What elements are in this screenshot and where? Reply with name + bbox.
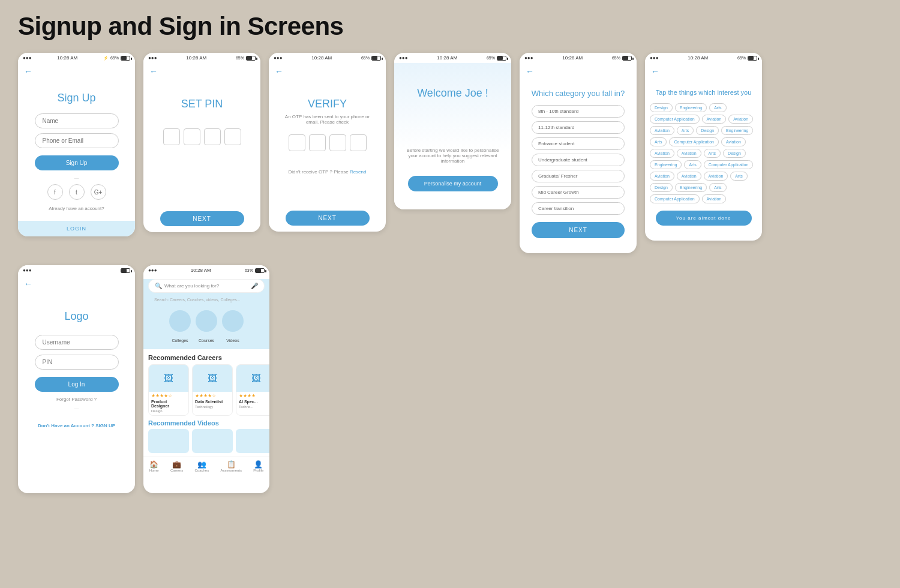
- personalise-button[interactable]: Personalise my account: [408, 176, 498, 191]
- top-screens-row: ●●● 10:28 AM ⚡ 65% ← Sign Up Sign Up — f…: [18, 53, 882, 253]
- twitter-icon[interactable]: t: [69, 184, 85, 200]
- resend-link[interactable]: Resend: [350, 169, 367, 175]
- pin-input-boxes[interactable]: [143, 128, 260, 145]
- login-button[interactable]: Log In: [35, 377, 119, 392]
- video-card-2[interactable]: [236, 429, 269, 453]
- interest-tag-25[interactable]: Engineering: [675, 183, 707, 192]
- interest-tag-18[interactable]: Arts: [684, 160, 701, 169]
- category-item-3[interactable]: Undergraduate student: [532, 154, 625, 166]
- back-arrow-verify[interactable]: ←: [269, 63, 386, 80]
- career-name-1: Data Scientist: [193, 398, 232, 405]
- nav-assessments[interactable]: 📋 Assessments: [220, 460, 242, 472]
- interest-tag-10[interactable]: Arts: [650, 137, 667, 146]
- interest-tag-23[interactable]: Arts: [730, 172, 747, 181]
- setpin-next-button[interactable]: NEXT: [160, 211, 244, 226]
- interest-tag-24[interactable]: Design: [650, 183, 673, 192]
- google-plus-icon[interactable]: G+: [91, 184, 106, 200]
- interest-tag-19[interactable]: Computer Application: [704, 160, 754, 169]
- interest-tag-3[interactable]: Computer Application: [650, 115, 700, 124]
- interest-tag-7[interactable]: Arts: [677, 126, 694, 135]
- verify-subtitle: An OTP has been sent to your phone or em…: [269, 114, 386, 125]
- career-card-0[interactable]: 🖼 ★★★★☆ Product Designer Design: [148, 364, 189, 416]
- pin-box-2[interactable]: [184, 128, 200, 145]
- interest-tag-27[interactable]: Computer Application: [650, 194, 700, 203]
- otp-box-3[interactable]: [329, 134, 346, 151]
- microphone-icon[interactable]: 🎤: [251, 283, 258, 289]
- nav-coaches[interactable]: 👥 Coaches: [194, 460, 209, 472]
- category-next-button[interactable]: NEXT: [532, 222, 625, 238]
- otp-box-2[interactable]: [309, 134, 326, 151]
- category-item-0[interactable]: 8th - 10th standard: [532, 105, 625, 118]
- otp-box-1[interactable]: [289, 134, 305, 151]
- battery-icon-3: [371, 56, 381, 61]
- circle-courses[interactable]: Courses: [196, 310, 217, 344]
- interest-tag-22[interactable]: Aviation: [704, 172, 728, 181]
- category-item-1[interactable]: 11-12th standard: [532, 121, 625, 134]
- signup-link-button[interactable]: SIGN UP: [95, 423, 115, 428]
- back-arrow-category[interactable]: ←: [520, 63, 637, 80]
- interest-tag-6[interactable]: Aviation: [650, 126, 674, 135]
- interest-tag-12[interactable]: Aviation: [721, 137, 746, 146]
- almost-done-button[interactable]: You are almost done: [656, 211, 752, 226]
- category-item-4[interactable]: Graduate/ Fresher: [532, 170, 625, 182]
- interest-tag-21[interactable]: Aviation: [677, 172, 701, 181]
- login-footer-button[interactable]: LOGIN: [18, 221, 135, 236]
- pin-box-4[interactable]: [224, 128, 241, 145]
- interest-tag-1[interactable]: Engineering: [675, 103, 707, 112]
- signup-title: Sign Up: [18, 80, 135, 113]
- phone-email-input[interactable]: [35, 133, 119, 148]
- otp-box-4[interactable]: [350, 134, 367, 151]
- pin-box-3[interactable]: [204, 128, 221, 145]
- pin-box-1[interactable]: [163, 128, 180, 145]
- category-item-5[interactable]: Mid Career Growth: [532, 186, 625, 199]
- video-card-0[interactable]: [148, 429, 189, 453]
- interest-tag-5[interactable]: Aviation: [728, 115, 753, 124]
- circle-videos[interactable]: Videos: [222, 310, 244, 344]
- interest-tag-11[interactable]: Computer Application: [669, 137, 719, 146]
- signal-icon-home: ●●●: [148, 268, 157, 273]
- interest-tag-16[interactable]: Design: [723, 149, 746, 158]
- interest-tag-15[interactable]: Arts: [704, 149, 721, 158]
- forgot-password-text[interactable]: Forgot Password ?: [18, 397, 135, 402]
- back-arrow-icon[interactable]: ←: [18, 63, 135, 80]
- interest-tag-17[interactable]: Engineering: [650, 160, 682, 169]
- assessments-nav-label: Assessments: [220, 469, 242, 472]
- interest-tag-8[interactable]: Design: [696, 126, 719, 135]
- pin-input[interactable]: [35, 355, 119, 370]
- interest-tags-container: Design Engineering Arts Computer Applica…: [645, 103, 762, 203]
- signal-icon-6: ●●●: [650, 55, 659, 61]
- career-card-2[interactable]: 🖼 ★★★★ AI Spec... Techno...: [236, 364, 269, 416]
- interest-tag-9[interactable]: Engineering: [721, 126, 753, 135]
- username-input[interactable]: [35, 335, 119, 350]
- otp-input-boxes[interactable]: [269, 134, 386, 151]
- video-card-1[interactable]: [192, 429, 233, 453]
- category-item-2[interactable]: Entrance student: [532, 137, 625, 150]
- nav-home[interactable]: 🏠 Home: [149, 460, 159, 472]
- verify-next-button[interactable]: NEXT: [286, 211, 370, 226]
- career-card-1[interactable]: 🖼 ★★★★☆ Data Scientist Technology: [192, 364, 233, 416]
- interest-tag-13[interactable]: Aviation: [650, 149, 674, 158]
- interest-tag-4[interactable]: Aviation: [702, 115, 727, 124]
- nav-careers[interactable]: 💼 Careers: [170, 460, 183, 472]
- search-bar[interactable]: 🔍 What are you looking for? 🎤: [148, 279, 265, 293]
- facebook-icon[interactable]: f: [47, 184, 63, 200]
- back-arrow-login[interactable]: ←: [18, 275, 135, 292]
- interest-tag-28[interactable]: Aviation: [702, 194, 727, 203]
- interest-tag-14[interactable]: Aviation: [677, 149, 701, 158]
- name-input[interactable]: [35, 113, 119, 128]
- interest-tag-20[interactable]: Aviation: [650, 172, 674, 181]
- category-item-6[interactable]: Career transition: [532, 202, 625, 215]
- back-arrow-interests[interactable]: ←: [645, 63, 762, 80]
- interest-tag-26[interactable]: Arts: [709, 183, 726, 192]
- battery-percent-2: 65%: [236, 56, 244, 60]
- nav-profile[interactable]: 👤 Profile: [253, 460, 263, 472]
- status-bar-3: ●●● 10:28 AM 65%: [269, 53, 386, 63]
- bottom-navigation: 🏠 Home 💼 Careers 👥 Coaches 📋 Assessments…: [143, 457, 269, 475]
- interest-tag-0[interactable]: Design: [650, 103, 673, 112]
- signup-button[interactable]: Sign Up: [35, 155, 119, 170]
- back-arrow-setpin[interactable]: ←: [143, 63, 260, 80]
- courses-avatar: [196, 310, 217, 332]
- circle-colleges[interactable]: Colleges: [169, 310, 191, 344]
- interest-tag-2[interactable]: Arts: [709, 103, 726, 112]
- status-bar-5: ●●● 10:28 AM 65%: [520, 53, 637, 63]
